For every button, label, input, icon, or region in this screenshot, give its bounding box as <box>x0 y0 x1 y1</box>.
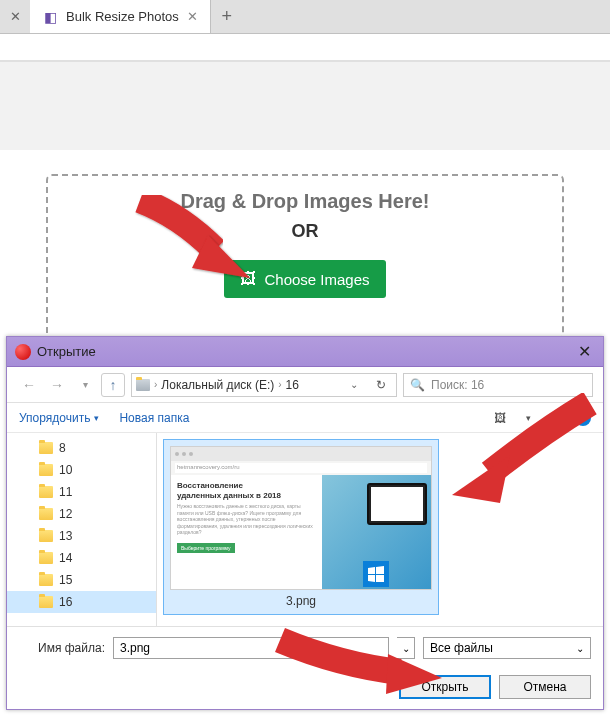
new-folder-button[interactable]: Новая папка <box>119 411 189 425</box>
filename-label: Имя файла: <box>19 641 105 655</box>
file-area[interactable]: hetmanrecovery.com/ru Восстановление уда… <box>157 433 603 626</box>
help-icon[interactable]: ? <box>575 410 591 426</box>
breadcrumb-folder[interactable]: 16 <box>286 378 299 392</box>
forward-button[interactable]: → <box>45 373 69 397</box>
close-tab-icon[interactable]: ✕ <box>187 9 198 24</box>
preview-pane-icon[interactable]: ▥ <box>547 411 565 425</box>
folder-item[interactable]: 11 <box>7 481 156 503</box>
dialog-titlebar[interactable]: Открытие ✕ <box>7 337 603 367</box>
folder-item[interactable]: 12 <box>7 503 156 525</box>
filetype-select[interactable]: Все файлы ⌄ <box>423 637 591 659</box>
recent-dropdown[interactable]: ▾ <box>73 373 97 397</box>
folder-icon <box>39 596 53 608</box>
folder-icon <box>39 530 53 542</box>
folder-icon <box>39 442 53 454</box>
up-button[interactable]: ↑ <box>101 373 125 397</box>
folder-icon <box>39 464 53 476</box>
close-prev-tab[interactable]: ✕ <box>0 0 30 33</box>
view-dropdown-icon[interactable]: ▾ <box>519 411 537 425</box>
drop-or: OR <box>48 221 562 242</box>
choose-button-label: Choose Images <box>264 271 369 288</box>
folder-item[interactable]: 13 <box>7 525 156 547</box>
filename-history-dropdown[interactable]: ⌄ <box>397 637 415 659</box>
main-area: Drag & Drop Images Here! OR 🖼 Choose Ima… <box>0 150 610 350</box>
folder-item[interactable]: 14 <box>7 547 156 569</box>
organize-button[interactable]: Упорядочить ▾ <box>19 411 99 425</box>
view-mode-icon[interactable]: 🖼 <box>491 411 509 425</box>
opera-icon <box>15 344 31 360</box>
page-gap <box>0 60 610 150</box>
refresh-icon[interactable]: ↻ <box>370 374 392 396</box>
folder-tree[interactable]: 810111213141516 <box>7 433 157 626</box>
nav-arrows: ← → ▾ ↑ <box>17 373 125 397</box>
dialog-toolbar: Упорядочить ▾ Новая папка 🖼 ▾ ▥ ? <box>7 403 603 433</box>
site-icon: ◧ <box>42 9 58 25</box>
folder-icon <box>39 552 53 564</box>
filename-input[interactable] <box>113 637 389 659</box>
choose-images-button[interactable]: 🖼 Choose Images <box>224 260 385 298</box>
chevron-down-icon: ▾ <box>94 413 99 423</box>
dialog-footer: Имя файла: ⌄ Все файлы ⌄ Открыть Отмена <box>7 626 603 709</box>
search-placeholder: Поиск: 16 <box>431 378 484 392</box>
search-icon: 🔍 <box>410 378 425 392</box>
dialog-body: 810111213141516 hetmanrecovery.com/ru Во… <box>7 433 603 626</box>
drop-title: Drag & Drop Images Here! <box>48 190 562 213</box>
breadcrumb-dropdown-icon[interactable]: ⌄ <box>346 379 362 390</box>
image-icon: 🖼 <box>240 270 256 288</box>
address-bar-area <box>0 34 610 60</box>
cancel-button[interactable]: Отмена <box>499 675 591 699</box>
folder-item[interactable]: 10 <box>7 459 156 481</box>
chevron-down-icon: ⌄ <box>576 643 584 654</box>
breadcrumb[interactable]: › Локальный диск (E:) › 16 ⌄ ↻ <box>131 373 397 397</box>
windows-logo-icon <box>363 561 389 587</box>
thumbnail-preview: hetmanrecovery.com/ru Восстановление уда… <box>170 446 432 590</box>
folder-icon <box>39 486 53 498</box>
folder-icon <box>39 574 53 586</box>
tab-title: Bulk Resize Photos <box>66 9 179 24</box>
dialog-nav: ← → ▾ ↑ › Локальный диск (E:) › 16 ⌄ ↻ 🔍… <box>7 367 603 403</box>
dialog-title: Открытие <box>37 344 96 359</box>
browser-tab[interactable]: ◧ Bulk Resize Photos ✕ <box>30 0 211 33</box>
folder-item[interactable]: 15 <box>7 569 156 591</box>
back-button[interactable]: ← <box>17 373 41 397</box>
new-tab-button[interactable]: + <box>211 0 243 33</box>
folder-item[interactable]: 16 <box>7 591 156 613</box>
close-icon[interactable]: ✕ <box>574 342 595 361</box>
disk-icon <box>136 379 150 391</box>
folder-icon <box>39 508 53 520</box>
drop-zone[interactable]: Drag & Drop Images Here! OR 🖼 Choose Ima… <box>46 174 564 340</box>
folder-item[interactable]: 8 <box>7 437 156 459</box>
tab-bar: ✕ ◧ Bulk Resize Photos ✕ + <box>0 0 610 34</box>
open-button[interactable]: Открыть <box>399 675 491 699</box>
file-thumbnail-selected[interactable]: hetmanrecovery.com/ru Восстановление уда… <box>163 439 439 615</box>
thumbnail-filename: 3.png <box>170 590 432 608</box>
breadcrumb-disk[interactable]: › Локальный диск (E:) <box>136 378 274 392</box>
search-input[interactable]: 🔍 Поиск: 16 <box>403 373 593 397</box>
file-open-dialog: Открытие ✕ ← → ▾ ↑ › Локальный диск (E:)… <box>6 336 604 710</box>
